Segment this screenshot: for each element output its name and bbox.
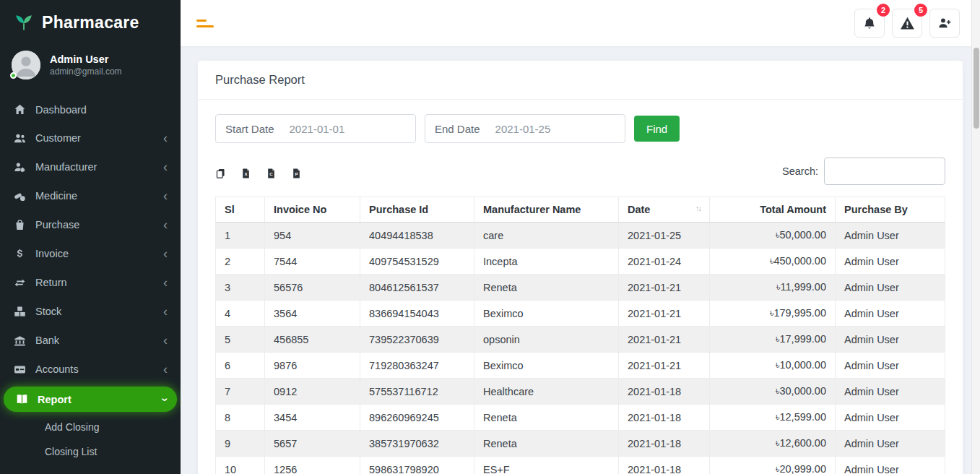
sidebar-item-label: Manufacturer: [35, 161, 97, 173]
cell-purchase-by: Admin User: [836, 275, 945, 301]
sidebar-item-bank[interactable]: Bank‹: [0, 326, 181, 355]
cell-date: 2021-01-21: [619, 353, 710, 379]
notification-badge: 2: [877, 4, 890, 17]
column-header-date[interactable]: Date↑↓: [619, 197, 710, 223]
submenu-item-closing-list[interactable]: Closing List: [0, 439, 181, 464]
sort-icon[interactable]: ↑↓: [695, 204, 701, 212]
cell-purchase-by: Admin User: [836, 327, 945, 353]
cell-manufacturer-name: care: [474, 223, 619, 249]
cell-date: 2021-01-18: [619, 431, 710, 457]
sidebar-item-label: Return: [35, 277, 67, 288]
scrollbar-thumb[interactable]: [974, 48, 979, 129]
sidebar-item-customer[interactable]: Customer‹: [0, 124, 181, 152]
cell-purchase-by: Admin User: [836, 353, 945, 379]
file-excel-export-button[interactable]: X: [240, 168, 251, 179]
sidebar-item-label: Dashboard: [35, 104, 87, 116]
home-icon: [13, 103, 26, 116]
column-header-total-amount[interactable]: Total Amount: [710, 197, 836, 223]
cell-purchase-by: Admin User: [836, 431, 945, 457]
card-body: Start Date End Date Find XCP Search:: [198, 100, 963, 474]
cell-invoice-no: 954: [265, 223, 360, 249]
cell-invoice-no: 0912: [265, 379, 360, 405]
sidebar-item-dashboard[interactable]: Dashboard: [0, 95, 181, 124]
column-header-sl[interactable]: Sl: [216, 197, 265, 223]
users-icon: [13, 132, 26, 145]
table-row: 101256598631798920ES+F2021-01-18৳20,999.…: [216, 457, 945, 474]
search-input[interactable]: [824, 158, 945, 185]
chevron-left-icon: ‹: [163, 218, 168, 231]
cell-manufacturer-name: Reneta: [474, 275, 619, 301]
cell-purchase-id: 598631798920: [360, 457, 474, 474]
add-user-button[interactable]: [929, 9, 960, 38]
chevron-left-icon: ‹: [163, 363, 168, 376]
cell-manufacturer-name: Beximco: [474, 353, 619, 379]
notifications-button[interactable]: 2: [854, 9, 885, 38]
alerts-button[interactable]: 5: [892, 9, 922, 38]
table-row: 83454896260969245Reneta2021-01-18৳12,599…: [216, 405, 945, 431]
cell-total-amount: ৳12,600.00: [710, 431, 836, 457]
table-row: 27544409754531529Incepta2021-01-24৳450,0…: [216, 249, 945, 275]
cell-date: 2021-01-21: [619, 327, 710, 353]
sidebar-item-return[interactable]: Return‹: [0, 268, 181, 297]
scrollbar[interactable]: [971, 0, 980, 474]
cell-invoice-no: 7544: [265, 249, 360, 275]
brand[interactable]: Pharmacare: [0, 0, 181, 42]
leaf-logo-icon: [13, 12, 35, 33]
table-row: 195440494418538care2021-01-25৳50,000.00A…: [216, 223, 945, 249]
exchange-icon: [13, 277, 26, 289]
sidebar-item-invoice[interactable]: Invoice‹: [0, 239, 181, 268]
cell-invoice-no: 3564: [265, 301, 360, 327]
cell-purchase-id: 836694154043: [360, 301, 474, 327]
alert-badge: 5: [914, 4, 927, 17]
column-header-invoice-no[interactable]: Invoice No: [265, 197, 360, 223]
sidebar: Pharmacare Admin User admin@gmail.com Da…: [0, 0, 181, 474]
cell-date: 2021-01-24: [619, 249, 710, 275]
table-body: 195440494418538care2021-01-25৳50,000.00A…: [216, 223, 945, 474]
sidebar-item-manufacturer[interactable]: Manufacturer‹: [0, 152, 181, 181]
cell-purchase-by: Admin User: [836, 249, 945, 275]
cell-sl: 10: [216, 457, 265, 474]
svg-text:C: C: [269, 171, 273, 176]
start-date-input[interactable]: [284, 115, 415, 142]
sidebar-item-purchase[interactable]: Purchase‹: [0, 210, 181, 239]
menu-toggle-icon[interactable]: [195, 15, 215, 32]
sidebar-item-accounts[interactable]: Accounts‹: [0, 355, 181, 384]
sidebar-nav: DashboardCustomer‹Manufacturer‹Medicine‹…: [0, 91, 181, 474]
boxes-icon: [13, 306, 26, 318]
brand-name: Pharmacare: [42, 13, 139, 33]
cell-invoice-no: 3454: [265, 405, 360, 431]
cell-invoice-no: 56576: [265, 275, 360, 301]
file-csv-export-button[interactable]: C: [266, 168, 277, 179]
find-button[interactable]: Find: [634, 116, 680, 142]
start-date-group: Start Date: [215, 114, 416, 143]
cell-purchase-id: 575537116712: [360, 379, 474, 405]
end-date-label: End Date: [425, 123, 490, 135]
cell-total-amount: ৳30,000.00: [710, 379, 836, 405]
submenu-item-add-closing[interactable]: Add Closing: [0, 415, 181, 439]
cell-sl: 8: [216, 405, 265, 431]
sidebar-item-label: Bank: [35, 335, 59, 346]
cell-sl: 4: [216, 301, 265, 327]
copy-export-button[interactable]: [215, 168, 226, 179]
cell-purchase-by: Admin User: [836, 457, 945, 474]
copy-icon: [215, 168, 226, 179]
sidebar-item-report[interactable]: Report‹: [4, 387, 177, 412]
book-icon: [15, 393, 28, 405]
column-header-manufacturer-name[interactable]: Manufacturer Name: [474, 197, 619, 223]
cell-date: 2021-01-18: [619, 405, 710, 431]
cell-total-amount: ৳179,995.00: [710, 301, 836, 327]
sidebar-item-medicine[interactable]: Medicine‹: [0, 181, 181, 210]
sidebar-item-label: Purchase: [35, 219, 79, 230]
end-date-input[interactable]: [490, 115, 625, 142]
bank-icon: [13, 335, 26, 347]
sidebar-item-stock[interactable]: Stock‹: [0, 297, 181, 326]
column-header-purchase-id[interactable]: Purchase Id: [360, 197, 474, 223]
column-header-purchase-by[interactable]: Purchase By: [836, 197, 945, 223]
user-gear-icon: [13, 161, 26, 173]
cell-total-amount: ৳10,000.00: [710, 353, 836, 379]
table-row: 5456855739522370639opsonin2021-01-21৳17,…: [216, 327, 945, 353]
table-row: 95657385731970632Reneta2021-01-18৳12,600…: [216, 431, 945, 457]
file-pdf-export-button[interactable]: P: [291, 168, 302, 179]
file-excel-icon: X: [240, 168, 251, 179]
start-date-label: Start Date: [216, 123, 284, 135]
